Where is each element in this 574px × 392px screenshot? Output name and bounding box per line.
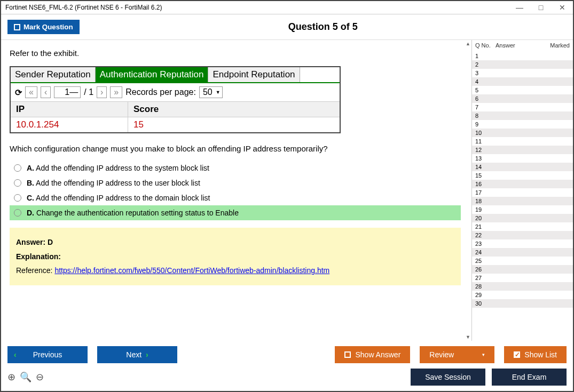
button-row-1: ‹ Previous Next › Show Answer Review ▾ S… xyxy=(1,341,573,365)
qlist-row[interactable]: 20 xyxy=(472,214,573,222)
qlist-row[interactable]: 11 xyxy=(472,137,573,146)
show-list-button[interactable]: Show List xyxy=(504,346,567,363)
side-col-qno: Q No. xyxy=(475,42,496,49)
qlist-row[interactable]: 5 xyxy=(472,86,573,94)
titlebar-text: Fortinet NSE6_FML-6.2 (Fortinet NSE 6 - … xyxy=(5,4,162,11)
checkbox-checked-icon xyxy=(514,351,520,358)
qlist-row[interactable]: 28 xyxy=(472,282,573,291)
qlist-num: 22 xyxy=(475,232,496,238)
minimize-icon[interactable]: — xyxy=(513,3,526,12)
first-page-icon: « xyxy=(25,86,37,98)
next-page-icon: › xyxy=(97,86,107,98)
qlist-num: 15 xyxy=(475,172,496,179)
cell-score: 15 xyxy=(128,117,340,132)
option-label: C. Add the offending IP address to the d… xyxy=(27,194,210,202)
end-exam-button[interactable]: End Exam xyxy=(492,369,567,386)
exhibit-label: Refer to the exhibit. xyxy=(10,49,461,58)
qlist-row[interactable]: 10 xyxy=(472,129,573,137)
scroll-down-icon[interactable]: ▼ xyxy=(466,334,470,340)
option-B[interactable]: B. Add the offending IP address to the u… xyxy=(10,175,461,190)
zoom-controls: ⊕ 🔍 ⊖ xyxy=(7,371,44,383)
question-counter: Question 5 of 5 xyxy=(80,21,567,33)
qlist-num: 5 xyxy=(475,87,496,93)
qlist-num: 14 xyxy=(475,164,496,170)
qlist-num: 3 xyxy=(475,70,496,76)
show-answer-label: Show Answer xyxy=(355,350,400,359)
qlist-row[interactable]: 19 xyxy=(472,205,573,214)
qlist-row[interactable]: 21 xyxy=(472,222,573,231)
option-A[interactable]: A. Add the offending IP address to the s… xyxy=(10,161,461,175)
option-C[interactable]: C. Add the offending IP address to the d… xyxy=(10,190,461,205)
zoom-reset-icon[interactable]: 🔍 xyxy=(20,371,32,383)
mark-question-button[interactable]: Mark Question xyxy=(7,20,80,34)
qlist-row[interactable]: 29 xyxy=(472,291,573,299)
qlist-num: 2 xyxy=(475,61,496,68)
review-button[interactable]: Review ▾ xyxy=(420,346,494,363)
previous-label: Previous xyxy=(33,350,62,359)
last-page-icon: » xyxy=(110,86,122,98)
show-answer-button[interactable]: Show Answer xyxy=(335,346,410,363)
qlist-row[interactable]: 26 xyxy=(472,265,573,274)
refresh-icon: ⟳ xyxy=(15,87,22,98)
qlist-row[interactable]: 3 xyxy=(472,69,573,77)
option-D[interactable]: D. Change the authentication reputation … xyxy=(10,205,461,220)
qlist-row[interactable]: 13 xyxy=(472,154,573,163)
scroll-up-icon[interactable]: ▲ xyxy=(466,41,470,46)
main-scroll[interactable]: Refer to the exhibit. Sender Reputation … xyxy=(10,46,463,341)
radio-icon xyxy=(14,179,21,187)
qlist-row[interactable]: 14 xyxy=(472,163,573,171)
option-label: D. Change the authentication reputation … xyxy=(27,209,239,217)
rpp-label: Records per page: xyxy=(125,87,196,97)
tab-sender-reputation: Sender Reputation xyxy=(11,67,96,82)
side-list[interactable]: 1234567891011121314151617181920212223242… xyxy=(472,52,573,341)
qlist-row[interactable]: 27 xyxy=(472,274,573,282)
qlist-row[interactable]: 30 xyxy=(472,299,573,308)
qlist-row[interactable]: 6 xyxy=(472,94,573,103)
qlist-num: 21 xyxy=(475,223,496,230)
qlist-row[interactable]: 1 xyxy=(472,52,573,60)
side-col-marked: Marked xyxy=(533,42,570,49)
prev-page-icon: ‹ xyxy=(41,86,51,98)
radio-icon xyxy=(14,164,21,172)
qlist-num: 8 xyxy=(475,113,496,119)
qlist-row[interactable]: 12 xyxy=(472,146,573,154)
col-score: Score xyxy=(128,102,340,117)
main-pane: ▲ Refer to the exhibit. Sender Reputatio… xyxy=(1,40,471,341)
close-icon[interactable]: ✕ xyxy=(556,3,569,12)
reference-link[interactable]: https://help.fortinet.com/fweb/550/Conte… xyxy=(54,266,329,275)
qlist-num: 27 xyxy=(475,275,496,281)
qlist-row[interactable]: 4 xyxy=(472,77,573,86)
qlist-row[interactable]: 2 xyxy=(472,60,573,69)
qlist-row[interactable]: 9 xyxy=(472,120,573,129)
qlist-row[interactable]: 7 xyxy=(472,103,573,111)
side-header: Q No. Answer Marked xyxy=(472,40,573,52)
previous-button[interactable]: ‹ Previous xyxy=(7,346,88,363)
qlist-row[interactable]: 23 xyxy=(472,239,573,248)
body: ▲ Refer to the exhibit. Sender Reputatio… xyxy=(1,40,573,341)
qlist-num: 9 xyxy=(475,121,496,127)
qlist-num: 19 xyxy=(475,206,496,213)
answer-label: Answer: D xyxy=(16,238,53,246)
qlist-num: 20 xyxy=(475,215,496,221)
maximize-icon[interactable]: □ xyxy=(534,3,547,12)
qlist-row[interactable]: 8 xyxy=(472,111,573,120)
qlist-row[interactable]: 25 xyxy=(472,257,573,265)
chevron-left-icon: ‹ xyxy=(14,350,17,359)
qlist-num: 28 xyxy=(475,283,496,290)
next-button[interactable]: Next › xyxy=(97,346,177,363)
qlist-num: 18 xyxy=(475,198,496,204)
qlist-row[interactable]: 18 xyxy=(472,197,573,205)
qlist-row[interactable]: 22 xyxy=(472,231,573,239)
save-session-button[interactable]: Save Session xyxy=(411,369,485,386)
question-list-panel: Q No. Answer Marked 12345678910111213141… xyxy=(471,40,573,341)
next-label: Next xyxy=(126,350,141,359)
qlist-num: 17 xyxy=(475,189,496,196)
qlist-row[interactable]: 16 xyxy=(472,180,573,188)
qlist-row[interactable]: 24 xyxy=(472,248,573,257)
app-window: Fortinet NSE6_FML-6.2 (Fortinet NSE 6 - … xyxy=(0,0,574,392)
qlist-row[interactable]: 17 xyxy=(472,188,573,197)
zoom-in-icon[interactable]: ⊕ xyxy=(7,371,15,383)
zoom-out-icon[interactable]: ⊖ xyxy=(36,371,44,383)
qlist-num: 11 xyxy=(475,138,496,145)
qlist-row[interactable]: 15 xyxy=(472,171,573,180)
